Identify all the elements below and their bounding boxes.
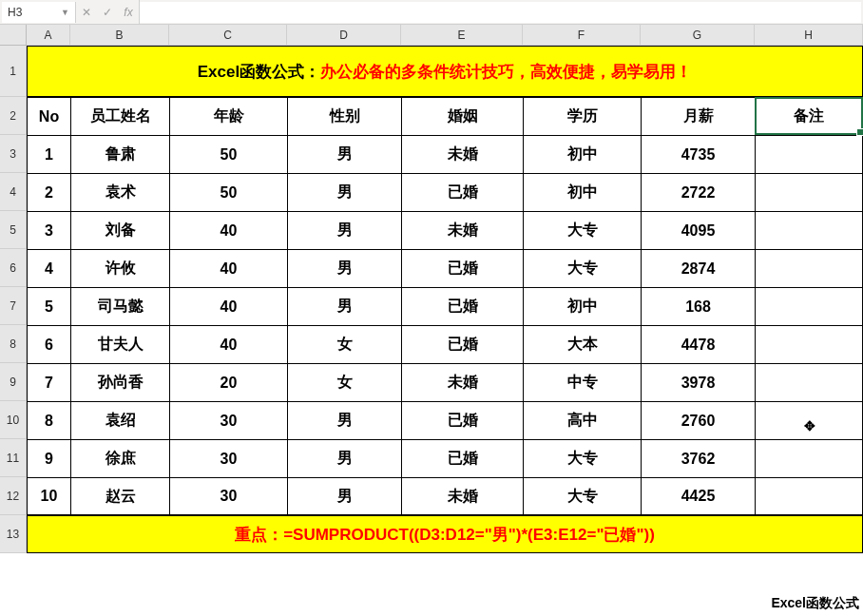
cell-G4[interactable]: 2722 [641,173,755,211]
cell-E5[interactable]: 未婚 [401,211,523,249]
cell-F3[interactable]: 初中 [523,135,641,173]
cell-D7[interactable]: 男 [287,287,401,325]
cancel-icon[interactable]: ✕ [80,6,93,19]
cell-D3[interactable]: 男 [287,135,401,173]
cell-C8[interactable]: 40 [169,325,287,363]
cell-D4[interactable]: 男 [287,173,401,211]
row-header-8[interactable]: 8 [0,325,27,363]
cell-D11[interactable]: 男 [287,439,401,477]
cell-A4[interactable]: 2 [27,173,70,211]
col-header-E[interactable]: E [401,25,523,46]
hdr-name[interactable]: 员工姓名 [70,97,169,135]
hdr-salary[interactable]: 月薪 [641,97,755,135]
cell-H11[interactable] [755,439,863,477]
row-header-10[interactable]: 10 [0,401,27,439]
cell-D10[interactable]: 男 [287,401,401,439]
cell-A3[interactable]: 1 [27,135,70,173]
select-all-corner[interactable] [0,25,27,46]
cell-C9[interactable]: 20 [169,363,287,401]
cell-C6[interactable]: 40 [169,249,287,287]
cell-C7[interactable]: 40 [169,287,287,325]
cell-H9[interactable] [755,363,863,401]
fx-icon[interactable]: fx [122,6,135,19]
cell-F8[interactable]: 大本 [523,325,641,363]
col-header-C[interactable]: C [169,25,287,46]
hdr-edu[interactable]: 学历 [523,97,641,135]
cell-E10[interactable]: 已婚 [401,401,523,439]
hdr-no[interactable]: No [27,97,70,135]
cell-H5[interactable] [755,211,863,249]
cell-B12[interactable]: 赵云 [70,477,169,515]
cell-E9[interactable]: 未婚 [401,363,523,401]
cell-A8[interactable]: 6 [27,325,70,363]
cell-C3[interactable]: 50 [169,135,287,173]
cell-F10[interactable]: 高中 [523,401,641,439]
cell-E6[interactable]: 已婚 [401,249,523,287]
spreadsheet-grid[interactable]: A B C D E F G H 1 Excel函数公式： 办公必备的多条件统计技… [0,25,863,553]
cell-C5[interactable]: 40 [169,211,287,249]
col-header-G[interactable]: G [641,25,755,46]
cell-E8[interactable]: 已婚 [401,325,523,363]
title-cell[interactable]: Excel函数公式： 办公必备的多条件统计技巧，高效便捷，易学易用！ [27,46,863,97]
cell-F7[interactable]: 初中 [523,287,641,325]
cell-H4[interactable] [755,173,863,211]
cell-B8[interactable]: 甘夫人 [70,325,169,363]
cell-E7[interactable]: 已婚 [401,287,523,325]
cell-B5[interactable]: 刘备 [70,211,169,249]
enter-icon[interactable]: ✓ [101,6,114,19]
hdr-note[interactable]: 备注 [755,97,863,135]
col-header-D[interactable]: D [287,25,401,46]
formula-input[interactable] [140,2,861,23]
col-header-B[interactable]: B [70,25,169,46]
cell-A6[interactable]: 4 [27,249,70,287]
cell-A5[interactable]: 3 [27,211,70,249]
col-header-A[interactable]: A [27,25,70,46]
cell-B3[interactable]: 鲁肃 [70,135,169,173]
row-header-7[interactable]: 7 [0,287,27,325]
cell-A10[interactable]: 8 [27,401,70,439]
cell-D9[interactable]: 女 [287,363,401,401]
row-header-11[interactable]: 11 [0,439,27,477]
cell-G9[interactable]: 3978 [641,363,755,401]
cell-G8[interactable]: 4478 [641,325,755,363]
cell-F4[interactable]: 初中 [523,173,641,211]
cell-A9[interactable]: 7 [27,363,70,401]
hdr-marital[interactable]: 婚姻 [401,97,523,135]
row-header-3[interactable]: 3 [0,135,27,173]
cell-D6[interactable]: 男 [287,249,401,287]
cell-H12[interactable] [755,477,863,515]
cell-H10[interactable] [755,401,863,439]
cell-G6[interactable]: 2874 [641,249,755,287]
row-header-2[interactable]: 2 [0,97,27,135]
cell-A11[interactable]: 9 [27,439,70,477]
cell-F5[interactable]: 大专 [523,211,641,249]
cell-D12[interactable]: 男 [287,477,401,515]
cell-G10[interactable]: 2760 [641,401,755,439]
cell-E3[interactable]: 未婚 [401,135,523,173]
cell-A12[interactable]: 10 [27,477,70,515]
cell-C4[interactable]: 50 [169,173,287,211]
hdr-age[interactable]: 年龄 [169,97,287,135]
cell-B7[interactable]: 司马懿 [70,287,169,325]
cell-B9[interactable]: 孙尚香 [70,363,169,401]
cell-B6[interactable]: 许攸 [70,249,169,287]
cell-H3[interactable] [755,135,863,173]
cell-B10[interactable]: 袁绍 [70,401,169,439]
cell-F9[interactable]: 中专 [523,363,641,401]
cell-G12[interactable]: 4425 [641,477,755,515]
cell-F6[interactable]: 大专 [523,249,641,287]
row-header-5[interactable]: 5 [0,211,27,249]
cell-H8[interactable] [755,325,863,363]
cell-F11[interactable]: 大专 [523,439,641,477]
cell-F12[interactable]: 大专 [523,477,641,515]
footer-formula-cell[interactable]: 重点： =SUMPRODUCT((D3:D12="男")*(E3:E12="已婚… [27,515,863,553]
cell-G7[interactable]: 168 [641,287,755,325]
row-header-4[interactable]: 4 [0,173,27,211]
cell-H7[interactable] [755,287,863,325]
cell-C12[interactable]: 30 [169,477,287,515]
cell-G3[interactable]: 4735 [641,135,755,173]
cell-H6[interactable] [755,249,863,287]
cell-A7[interactable]: 5 [27,287,70,325]
row-header-6[interactable]: 6 [0,249,27,287]
cell-G11[interactable]: 3762 [641,439,755,477]
